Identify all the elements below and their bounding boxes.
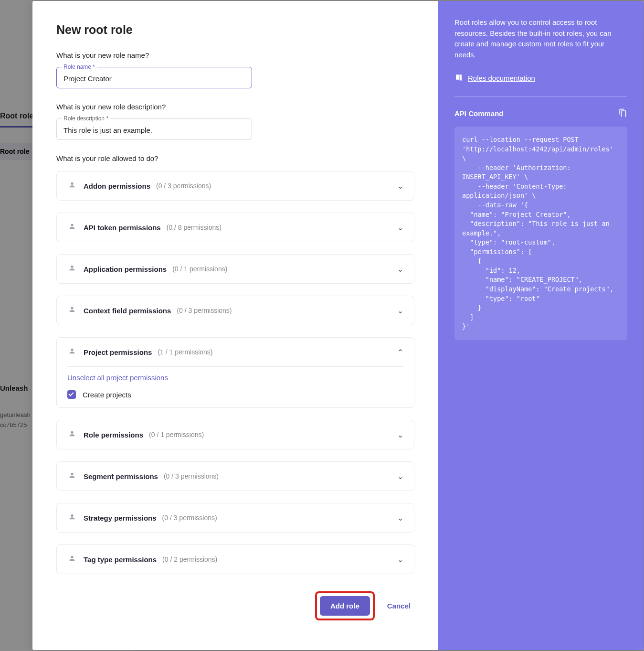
- chevron-down-icon: ⌄: [397, 430, 403, 439]
- copy-icon[interactable]: [618, 108, 627, 118]
- permission-group-header[interactable]: Role permissions(0 / 1 permissions)⌄: [57, 420, 414, 449]
- permission-group-title: Context field permissions: [84, 307, 171, 315]
- permission-group-body: Unselect all project permissionsCreate p…: [57, 366, 414, 407]
- chevron-down-icon: ⌄: [397, 265, 403, 274]
- divider: [454, 96, 627, 97]
- chevron-down-icon: ⌄: [397, 181, 403, 191]
- permission-item-label: Create projects: [83, 391, 131, 399]
- person-icon: [67, 430, 77, 439]
- role-name-float-label: Role name *: [62, 64, 97, 70]
- permission-group: Application permissions(0 / 1 permission…: [56, 254, 414, 284]
- api-command-label: API Command: [454, 109, 504, 117]
- permission-group-header[interactable]: Addon permissions(0 / 3 permissions)⌄: [57, 171, 414, 200]
- chevron-up-icon: ⌃: [397, 348, 403, 357]
- role-desc-question: What is your new role description?: [56, 103, 414, 111]
- permission-group-header[interactable]: API token permissions(0 / 8 permissions)…: [57, 213, 414, 242]
- permission-group: Project permissions(1 / 1 permissions)⌃U…: [56, 337, 414, 408]
- person-icon: [67, 513, 77, 523]
- person-icon: [67, 347, 77, 357]
- permission-group-header[interactable]: Context field permissions(0 / 3 permissi…: [57, 296, 414, 325]
- chevron-down-icon: ⌄: [397, 472, 403, 481]
- permission-group: Tag type permissions(0 / 2 permissions)⌄: [56, 544, 414, 574]
- chevron-down-icon: ⌄: [397, 306, 403, 315]
- permission-group-title: Strategy permissions: [84, 514, 157, 522]
- chevron-down-icon: ⌄: [397, 513, 403, 523]
- permission-group-title: Project permissions: [84, 348, 152, 356]
- role-permissions-question: What is your role allowed to do?: [56, 154, 414, 162]
- permission-group-header[interactable]: Project permissions(1 / 1 permissions)⌃: [57, 338, 414, 366]
- modal-form-panel: New root role What is your new role name…: [32, 1, 438, 650]
- role-desc-input-wrap[interactable]: Role description *: [56, 118, 252, 140]
- role-desc-input[interactable]: [63, 126, 245, 134]
- permission-group-count: (0 / 3 permissions): [156, 182, 211, 190]
- docs-link-row: Roles documentation: [454, 74, 627, 82]
- permission-group-title: Tag type permissions: [84, 555, 157, 564]
- permission-group-title: API token permissions: [84, 224, 161, 232]
- book-icon: [454, 74, 463, 82]
- cancel-button[interactable]: Cancel: [387, 602, 411, 610]
- chevron-down-icon: ⌄: [397, 555, 403, 564]
- permission-group: Addon permissions(0 / 3 permissions)⌄: [56, 171, 414, 201]
- permission-group: Segment permissions(0 / 3 permissions)⌄: [56, 461, 414, 491]
- roles-documentation-link[interactable]: Roles documentation: [468, 74, 535, 82]
- permission-group-count: (1 / 1 permissions): [158, 348, 212, 356]
- permission-group: Strategy permissions(0 / 3 permissions)⌄: [56, 503, 414, 533]
- role-name-input[interactable]: [63, 75, 245, 83]
- person-icon: [67, 181, 77, 191]
- permission-group: Context field permissions(0 / 3 permissi…: [56, 296, 414, 325]
- chevron-down-icon: ⌄: [397, 223, 403, 232]
- permission-group-count: (0 / 8 permissions): [167, 224, 222, 231]
- permission-group-title: Role permissions: [84, 431, 143, 439]
- modal-actions: Add role Cancel: [56, 591, 414, 620]
- person-icon: [67, 223, 77, 232]
- api-command-row: API Command: [454, 108, 627, 118]
- permission-group-header[interactable]: Strategy permissions(0 / 3 permissions)⌄: [57, 503, 414, 532]
- permission-group-count: (0 / 1 permissions): [149, 431, 204, 438]
- person-icon: [67, 306, 77, 315]
- permission-group: API token permissions(0 / 8 permissions)…: [56, 213, 414, 242]
- add-role-button[interactable]: Add role: [320, 596, 370, 616]
- permission-item[interactable]: Create projects: [67, 390, 403, 399]
- modal-info-panel: Root roles allow you to control access t…: [438, 1, 644, 650]
- permission-group-header[interactable]: Tag type permissions(0 / 2 permissions)⌄: [57, 545, 414, 574]
- permission-group-header[interactable]: Segment permissions(0 / 3 permissions)⌄: [57, 462, 414, 491]
- permission-group-count: (0 / 3 permissions): [164, 472, 219, 480]
- permission-group-title: Application permissions: [84, 265, 167, 273]
- permission-group-count: (0 / 3 permissions): [177, 307, 232, 314]
- permission-group-title: Addon permissions: [84, 182, 150, 190]
- permission-group-count: (0 / 3 permissions): [162, 514, 217, 522]
- person-icon: [67, 264, 77, 274]
- modal-title: New root role: [56, 23, 414, 37]
- permission-group-count: (0 / 1 permissions): [172, 265, 227, 273]
- role-name-input-wrap[interactable]: Role name *: [56, 67, 252, 88]
- role-desc-float-label: Role description *: [62, 115, 110, 122]
- api-code-block[interactable]: curl --location --request POST 'http://l…: [454, 127, 627, 340]
- person-icon: [67, 471, 77, 481]
- checkbox-checked-icon[interactable]: [67, 390, 76, 399]
- info-text: Root roles allow you to control access t…: [454, 17, 627, 60]
- permission-group: Role permissions(0 / 1 permissions)⌄: [56, 420, 414, 449]
- permission-group-title: Segment permissions: [84, 472, 158, 480]
- unselect-all-link[interactable]: Unselect all project permissions: [67, 374, 403, 382]
- permission-group-count: (0 / 2 permissions): [162, 555, 217, 563]
- add-role-highlight: Add role: [315, 591, 375, 620]
- role-name-question: What is your new role name?: [56, 51, 414, 59]
- person-icon: [67, 555, 77, 564]
- new-root-role-modal: New root role What is your new role name…: [32, 1, 644, 650]
- permission-group-header[interactable]: Application permissions(0 / 1 permission…: [57, 255, 414, 283]
